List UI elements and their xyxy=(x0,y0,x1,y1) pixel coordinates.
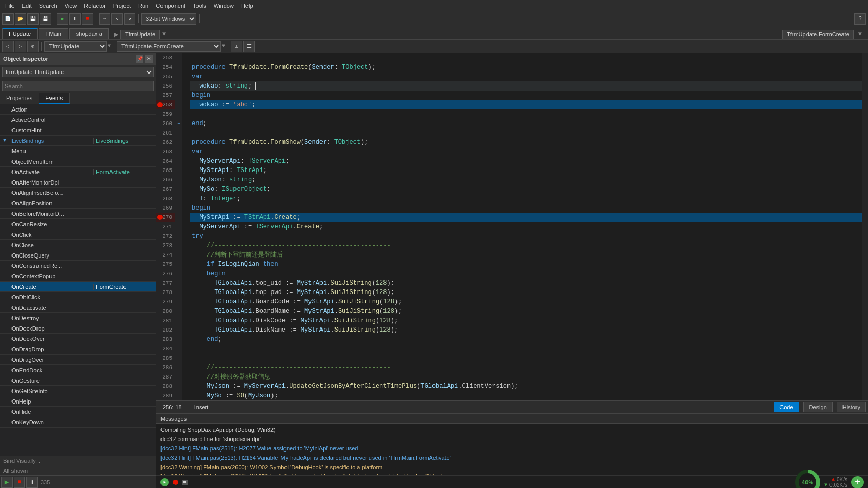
prop-onkeydown[interactable]: OnKeyDown xyxy=(0,417,156,428)
prop-oncanresize[interactable]: OnCanResize xyxy=(0,219,156,229)
menu-project[interactable]: Project xyxy=(110,2,134,10)
prop-objectmenuitem[interactable]: ObjectMenuItem xyxy=(0,156,156,167)
line-261: 261 xyxy=(156,128,862,138)
pause-btn[interactable]: ⏸ xyxy=(69,13,81,25)
class-selector[interactable]: TfrmUpdate xyxy=(44,41,107,52)
run-small-btn[interactable]: ▶ xyxy=(160,478,169,486)
left-panel-toolbar: ▶ ■ ⏸ 335 xyxy=(0,475,156,488)
form-dropdown[interactable]: frmUpdate TfrmUpdate xyxy=(2,67,154,77)
menu-component[interactable]: Component xyxy=(153,2,189,10)
sep1 xyxy=(54,14,54,23)
stop-btn[interactable]: ■ xyxy=(82,13,93,25)
menu-search[interactable]: Search xyxy=(36,2,60,10)
all-shown-label: All shown xyxy=(0,466,156,475)
msg-1: Compiling ShopDaxiaApi.dpr (Debug, Win32… xyxy=(160,425,864,434)
prop-onalignposition[interactable]: OnAlignPosition xyxy=(0,198,156,209)
tab-properties[interactable]: Properties xyxy=(0,93,39,104)
prop-ondblclick[interactable]: OnDblClick xyxy=(0,292,156,302)
prop-onactivate[interactable]: OnActivate FormActivate xyxy=(0,167,156,177)
forward-btn[interactable]: ▷ xyxy=(15,41,26,52)
search-input[interactable] xyxy=(2,81,154,91)
prop-menu[interactable]: Menu xyxy=(0,146,156,156)
toggle-btn[interactable]: ⊕ xyxy=(27,41,39,52)
tab-fmain[interactable]: FMain xyxy=(39,28,68,39)
menu-run[interactable]: Run xyxy=(135,2,152,10)
help-btn[interactable]: ? xyxy=(854,13,866,25)
tab-shopdaxia[interactable]: shopdaxia xyxy=(69,28,109,39)
tab-code[interactable]: Code xyxy=(774,402,799,412)
prop-onaftermonitordpi[interactable]: OnAfterMonitorDpi xyxy=(0,177,156,188)
new-btn[interactable]: 📄 xyxy=(2,13,14,25)
msg-5: [dcc32 Warning] FMain.pas(2600): W1002 S… xyxy=(160,462,864,472)
prop-onclosequery[interactable]: OnCloseQuery xyxy=(0,250,156,261)
prop-ondragdrop[interactable]: OnDragDrop xyxy=(0,344,156,355)
prop-onenddock[interactable]: OnEndDock xyxy=(0,365,156,375)
prop-onclose[interactable]: OnClose xyxy=(0,240,156,250)
prop-ondockover[interactable]: OnDockOver xyxy=(0,334,156,344)
prop-onhide[interactable]: OnHide xyxy=(0,407,156,417)
prop-onhelp[interactable]: OnHelp xyxy=(0,396,156,407)
record-btn[interactable] xyxy=(173,480,178,485)
step-btn[interactable]: ⏹ xyxy=(182,480,188,485)
line-count-label: 335 xyxy=(41,479,50,485)
run-btn[interactable]: ▶ xyxy=(57,13,68,25)
prop-onaligninsertbefore[interactable]: OnAlignInsertBefo... xyxy=(0,188,156,198)
menu-window[interactable]: Window xyxy=(210,2,237,10)
menu-edit[interactable]: Edit xyxy=(19,2,35,10)
prop-ongetsiteinfo[interactable]: OnGetSiteInfo xyxy=(0,386,156,396)
prop-ondeactivate[interactable]: OnDeactivate xyxy=(0,302,156,313)
prop-activecontrol[interactable]: ActiveControl xyxy=(0,115,156,125)
step-out-btn[interactable]: ↗ xyxy=(124,13,135,25)
bind-visually-link[interactable]: Bind Visually... xyxy=(0,456,156,466)
prop-oncreate[interactable]: OnCreate FormCreate xyxy=(0,282,156,292)
prop-ondockdrop[interactable]: OnDockDrop xyxy=(0,323,156,334)
prop-action[interactable]: Action xyxy=(0,104,156,115)
line-289: 289 MySo := SO(MyJson); xyxy=(156,391,862,400)
add-btn[interactable]: + xyxy=(851,476,864,489)
platform-selector[interactable]: 32-bit Windows xyxy=(141,13,196,25)
prop-onbeforemonitordpi[interactable]: OnBeforeMonitorD... xyxy=(0,209,156,219)
back-btn[interactable]: ◁ xyxy=(2,41,14,52)
tab-events[interactable]: Events xyxy=(39,93,70,104)
line-287: 287 //对接服务器获取信息 xyxy=(156,372,862,382)
panel-pin-btn[interactable]: 📌 xyxy=(136,55,143,63)
step-into-btn[interactable]: ↘ xyxy=(111,13,123,25)
prop-oncontextpopup[interactable]: OnContextPopup xyxy=(0,271,156,282)
method-selector[interactable]: TfrmUpdate.FormCreate xyxy=(117,41,221,52)
tab-fupdate[interactable]: FUpdate xyxy=(2,28,38,39)
pause-debug-btn[interactable]: ⏸ xyxy=(26,477,38,488)
save-btn[interactable]: 💾 xyxy=(27,13,39,25)
prop-ongesture[interactable]: OnGesture xyxy=(0,375,156,386)
run-debug-btn[interactable]: ▶ xyxy=(1,477,13,488)
code-editor[interactable]: 253 254 procedure TfrmUpdate xyxy=(156,53,868,400)
prop-onclick[interactable]: OnClick xyxy=(0,229,156,240)
menu-view[interactable]: View xyxy=(61,2,80,10)
list-view-btn[interactable]: ☰ xyxy=(243,41,255,52)
open-btn[interactable]: 📂 xyxy=(15,13,26,25)
menu-file[interactable]: File xyxy=(2,2,18,10)
editor-scroll[interactable]: 253 254 procedure TfrmUpdate xyxy=(156,53,862,400)
panel-close-btn[interactable]: ✕ xyxy=(145,55,153,63)
sep5 xyxy=(41,42,42,51)
tab-history[interactable]: History xyxy=(837,402,866,412)
line-273: 273 //----------------------------------… xyxy=(156,241,862,250)
prop-ondestroy[interactable]: OnDestroy xyxy=(0,313,156,323)
menu-help[interactable]: Help xyxy=(238,2,256,10)
line-264: 264 MyServerApi: TServerApi; xyxy=(156,156,862,166)
save-all-btn[interactable]: 💾 xyxy=(40,13,51,25)
vertical-scrollbar[interactable] xyxy=(862,53,868,400)
step-over-btn[interactable]: → xyxy=(99,13,110,25)
line-268: 268 I: Integer; xyxy=(156,194,862,203)
stop-debug-btn[interactable]: ■ xyxy=(14,477,25,488)
menu-tools[interactable]: Tools xyxy=(190,2,209,10)
tab-design[interactable]: Design xyxy=(803,402,833,412)
panel-title: Object Inspector xyxy=(3,56,48,62)
prop-onconstrainedresize[interactable]: OnConstrainedRe... xyxy=(0,261,156,271)
line-285: 285 – xyxy=(156,353,862,363)
prop-livebindings[interactable]: ▼ LiveBindings LiveBindings xyxy=(0,136,156,146)
msg-2: dcc32 command line for 'shopdaxia.dpr' xyxy=(160,434,864,444)
menu-refactor[interactable]: Refactor xyxy=(81,2,109,10)
grid-view-btn[interactable]: ⊞ xyxy=(231,41,242,52)
prop-ondragover[interactable]: OnDragOver xyxy=(0,355,156,365)
prop-customhint[interactable]: CustomHint xyxy=(0,125,156,136)
